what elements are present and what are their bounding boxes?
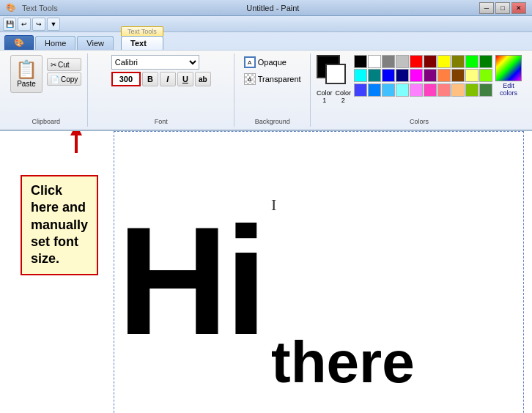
color-swatch[interactable] bbox=[368, 83, 381, 97]
colors-group: Color1 Color2 bbox=[311, 53, 528, 127]
tab-view[interactable]: View bbox=[77, 36, 114, 50]
colors-label: Colors bbox=[311, 118, 528, 125]
copy-button[interactable]: 📄 Copy bbox=[47, 72, 81, 86]
color-swatch[interactable] bbox=[368, 69, 381, 82]
canvas-area[interactable]: Hi there I Click here and manually set f… bbox=[0, 131, 532, 413]
color-swatch[interactable] bbox=[479, 55, 492, 68]
color-swatch[interactable] bbox=[465, 69, 479, 82]
color-swatch-black[interactable] bbox=[354, 55, 367, 68]
arrow bbox=[70, 131, 82, 153]
title-bar-text: Untitled - Paint bbox=[67, 4, 479, 12]
colors-group-content: Color1 Color2 bbox=[317, 55, 522, 125]
italic-button[interactable]: I bbox=[160, 72, 176, 86]
color-swatch[interactable] bbox=[382, 83, 395, 97]
paste-button[interactable]: 📋 Paste bbox=[10, 55, 43, 93]
close-button[interactable]: ✕ bbox=[511, 2, 526, 14]
color-swatch-magenta[interactable] bbox=[410, 69, 423, 82]
color-swatch[interactable] bbox=[354, 83, 367, 97]
color-swatch[interactable] bbox=[479, 83, 492, 97]
font-controls: B I U ab bbox=[111, 72, 211, 86]
color-swatch[interactable] bbox=[410, 83, 423, 97]
minimize-button[interactable]: ─ bbox=[479, 2, 494, 14]
color-swatch-green[interactable] bbox=[465, 55, 479, 68]
menu-button[interactable]: ▼ bbox=[47, 18, 60, 31]
title-bar: 🎨 Text Tools Untitled - Paint ─ □ ✕ bbox=[0, 0, 532, 16]
font-family-select[interactable]: Calibri bbox=[111, 55, 199, 70]
tab-home[interactable]: Home bbox=[35, 36, 75, 50]
there-text: there bbox=[271, 329, 415, 396]
color-swatches-row2 bbox=[354, 83, 492, 97]
cut-button[interactable]: ✂ ✂ Cut Cut bbox=[47, 58, 81, 71]
ribbon: 🎨 Home View Text Tools Text 📋 Paste ✂ ✂ … bbox=[0, 32, 532, 131]
color-swatch[interactable] bbox=[451, 83, 465, 97]
background-group: A Opaque A Transparent Background bbox=[234, 53, 311, 127]
tooltip-box: Click here and manually set font size. bbox=[21, 175, 98, 275]
color-swatch[interactable] bbox=[465, 83, 479, 97]
bold-button[interactable]: B bbox=[142, 72, 158, 86]
color-swatch[interactable] bbox=[424, 69, 437, 82]
color1-label: Color1 bbox=[317, 90, 333, 105]
tooltip-line1: Click here and bbox=[31, 183, 86, 215]
redo-quick-button[interactable]: ↪ bbox=[32, 18, 45, 31]
text-cursor: I bbox=[271, 196, 276, 215]
tab-text[interactable]: Text bbox=[121, 36, 163, 50]
tooltip-line2: manually set font size. bbox=[31, 217, 88, 267]
font-size-input[interactable] bbox=[111, 72, 141, 86]
background-label: Background bbox=[234, 118, 310, 125]
opaque-label: Opaque bbox=[258, 58, 287, 67]
text-tools-label: Text Tools bbox=[22, 4, 58, 12]
color-swatch[interactable] bbox=[451, 69, 465, 82]
ribbon-content: 📋 Paste ✂ ✂ Cut Cut 📄 Copy Clipboard bbox=[0, 50, 532, 130]
color-swatch[interactable] bbox=[451, 55, 465, 68]
opaque-option[interactable]: A Opaque bbox=[240, 55, 291, 70]
color2-label: Color2 bbox=[335, 90, 351, 105]
color-spectrum-swatch[interactable] bbox=[495, 55, 522, 81]
color-swatch[interactable] bbox=[424, 55, 437, 68]
canvas-white[interactable]: Hi there I Click here and manually set f… bbox=[0, 131, 532, 413]
font-group: Calibri B I U ab Font bbox=[88, 53, 234, 127]
transparent-icon: A bbox=[244, 73, 256, 85]
quick-access-toolbar: 💾 ↩ ↪ ▼ bbox=[0, 16, 532, 32]
maximize-button[interactable]: □ bbox=[495, 2, 510, 14]
color-swatch[interactable] bbox=[437, 83, 451, 97]
color-swatch-blue[interactable] bbox=[382, 69, 395, 82]
underline-button[interactable]: U bbox=[177, 72, 193, 86]
clipboard-group-content: 📋 Paste ✂ ✂ Cut Cut 📄 Copy bbox=[10, 55, 81, 125]
bg-group-content: A Opaque A Transparent bbox=[240, 55, 306, 125]
arrow-shaft bbox=[75, 135, 78, 153]
color-swatch[interactable] bbox=[437, 69, 451, 82]
undo-quick-button[interactable]: ↩ bbox=[18, 18, 31, 31]
copy-label: Copy bbox=[61, 75, 78, 83]
color-swatch-red[interactable] bbox=[410, 55, 423, 68]
hi-text: Hi bbox=[117, 204, 264, 358]
color-swatch[interactable] bbox=[382, 55, 395, 68]
paste-icon: 📋 bbox=[15, 61, 37, 78]
font-label: Font bbox=[88, 118, 234, 125]
color-swatch[interactable] bbox=[424, 83, 437, 97]
color-swatch[interactable] bbox=[396, 83, 409, 97]
cut-icon: ✂ bbox=[51, 61, 56, 69]
save-quick-button[interactable]: 💾 bbox=[3, 18, 16, 31]
copy-icon: 📄 bbox=[51, 75, 59, 83]
canvas-scroll: Hi there I Click here and manually set f… bbox=[0, 131, 532, 413]
color-swatch[interactable] bbox=[479, 69, 492, 82]
color-swatch-cyan[interactable] bbox=[354, 69, 367, 82]
color-swatches-row1 bbox=[354, 55, 492, 82]
color-swatch-yellow[interactable] bbox=[437, 55, 451, 68]
color-swatch-white[interactable] bbox=[368, 55, 381, 68]
strikethrough-button[interactable]: ab bbox=[195, 72, 211, 86]
color-swatch[interactable] bbox=[396, 69, 409, 82]
clipboard-group: 📋 Paste ✂ ✂ Cut Cut 📄 Copy Clipboard bbox=[4, 53, 88, 127]
color2-swatch[interactable] bbox=[325, 64, 346, 84]
tab-file[interactable]: 🎨 bbox=[4, 35, 34, 50]
font-group-content: Calibri B I U ab bbox=[111, 55, 211, 125]
color-swatch[interactable] bbox=[396, 55, 409, 68]
text-tools-context-tab-label: Text Tools bbox=[121, 26, 163, 36]
edit-colors-button[interactable]: Edit colors bbox=[495, 83, 522, 97]
paste-label: Paste bbox=[17, 80, 36, 88]
window-controls: ─ □ ✕ bbox=[479, 2, 526, 14]
ribbon-tabs: 🎨 Home View Text Tools Text bbox=[0, 32, 532, 50]
opaque-icon: A bbox=[244, 56, 256, 68]
transparent-label: Transparent bbox=[258, 75, 301, 83]
transparent-option[interactable]: A Transparent bbox=[240, 72, 306, 86]
